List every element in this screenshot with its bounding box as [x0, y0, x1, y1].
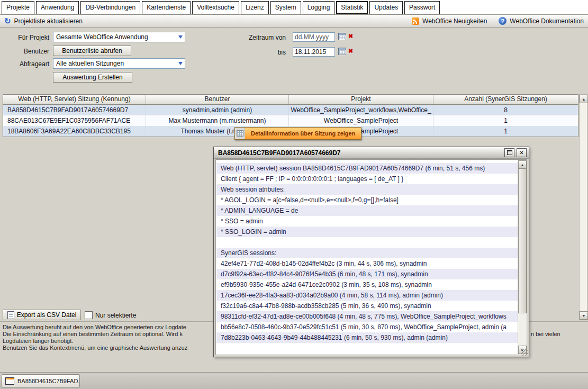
- info-line: Logdateien länger benötigt.: [3, 338, 187, 345]
- tab-projekte[interactable]: Projekte: [2, 1, 34, 14]
- info-line: Die Einschränkung auf einen bestimmten Z…: [3, 331, 187, 338]
- period-from-label: Zeitraum von: [233, 34, 286, 41]
- column-header-anzahl[interactable]: Anzahl (SynerGIS Sitzungen): [433, 95, 578, 104]
- column-header-benutzer[interactable]: Benutzer: [146, 95, 289, 104]
- cell-kennung: 88CAE013C67E9EF1C0375956FAF71ACE: [3, 115, 146, 126]
- only-selected-checkbox[interactable]: [85, 311, 93, 319]
- tab-kartendienste[interactable]: Kartendienste: [142, 1, 191, 14]
- scrollbar-thumb[interactable]: [518, 168, 527, 313]
- session-detail-line: d7c9f92a-63ec-4f82-84c4-9076f45e4b35 (6 …: [216, 269, 518, 279]
- cell-projekt: WebOffice_SampleProject_workflows,WebOff…: [289, 105, 433, 115]
- scroll-up-icon[interactable]: ▲: [580, 95, 588, 103]
- tab-lizenz[interactable]: Lizenz: [241, 1, 269, 14]
- sessions-table-header: Web (HTTP, Servlet) Sitzung (Kennung) Be…: [3, 95, 578, 105]
- session-detail-line: 17cec36f-ee28-4fa3-aa83-d034a02b9a00 (4 …: [216, 290, 518, 301]
- tab-volltextsuche[interactable]: Volltextsuche: [192, 1, 239, 14]
- taskbar-item-session-dialog[interactable]: BA858D4615C7B9FAD...: [2, 374, 80, 387]
- clear-date-from-icon[interactable]: ✖: [348, 33, 353, 39]
- session-detail-list: Web (HTTP, servlet) session BA858D4615C7…: [216, 160, 518, 354]
- weboffice-docs-link[interactable]: ? WebOffice Dokumentation: [499, 17, 584, 25]
- column-header-projekt[interactable]: Projekt: [289, 95, 433, 104]
- info-line-fragment: n bei vielen: [531, 331, 560, 337]
- tab-anwendung[interactable]: Anwendung: [36, 1, 79, 14]
- export-csv-button[interactable]: Export als CSV Datei: [3, 310, 81, 320]
- dialog-scrollbar[interactable]: ▲ ▼: [518, 160, 526, 354]
- scroll-up-icon[interactable]: ▲: [518, 160, 527, 169]
- session-detail-line: 98311cfd-ef32-47d1-ad8e-ce00b005f648 (4 …: [216, 311, 518, 322]
- cell-benutzer: synadmin,admin (admin): [146, 105, 289, 115]
- window-icon: [5, 377, 14, 385]
- project-select-value: Gesamte WebOffice Anwendung: [53, 33, 176, 41]
- maximize-button[interactable]: [504, 148, 514, 157]
- tab-system[interactable]: System: [270, 1, 301, 14]
- help-icon: ?: [499, 17, 506, 25]
- session-detail-line: * AGOL_LOGIN = a[c=false,d=<null>,e=<nul…: [216, 195, 518, 205]
- user-label: Benutzer: [0, 48, 49, 55]
- chevron-down-icon[interactable]: [176, 62, 185, 65]
- date-from-input[interactable]: [293, 32, 335, 42]
- csv-file-icon: [7, 311, 14, 319]
- weboffice-news-label: WebOffice Neuigkeiten: [422, 17, 487, 25]
- clear-date-to-icon[interactable]: ✖: [348, 48, 353, 54]
- refresh-projectlist-label: Projektliste aktualisieren: [14, 17, 83, 25]
- date-to-input[interactable]: [293, 47, 335, 57]
- page-scrollbar[interactable]: ▲ ▼: [579, 94, 587, 320]
- column-header-kennung[interactable]: Web (HTTP, Servlet) Sitzung (Kennung): [3, 95, 146, 104]
- fetch-userlist-button[interactable]: Benutzerliste abrufen: [53, 46, 131, 56]
- cell-anzahl: 1: [433, 115, 578, 126]
- session-detail-line: * SSO = admin: [216, 216, 518, 227]
- querytype-select[interactable]: Alle aktuellen Sitzungen: [53, 58, 185, 69]
- calendar-icon[interactable]: [338, 33, 346, 40]
- chevron-down-icon[interactable]: [176, 35, 185, 39]
- calendar-icon[interactable]: [338, 48, 346, 55]
- querytype-select-value: Alle aktuellen Sitzungen: [53, 60, 176, 67]
- session-detail-line: * ADMIN_LANGUAGE = de: [216, 205, 518, 216]
- session-detail-line: ef9b5930-935e-455e-a24d-6471ce2c0902 (3 …: [216, 279, 518, 290]
- session-detail-line: 42ef4e71-77d2-408d-b145-02d4ffef4b2c (3 …: [216, 258, 518, 269]
- taskbar: BA858D4615C7B9FAD...: [0, 372, 588, 389]
- session-detail-line: f32c19a6-c8a4-47b8-988b-acdb358cb285 (5 …: [216, 301, 518, 311]
- session-detail-line: 7d8b223b-0463-4643-9b49-44b488445231 (6 …: [216, 332, 518, 343]
- tab-passwort[interactable]: Passwort: [404, 1, 440, 14]
- show-session-detail-menu-item[interactable]: Detailinformation über Sitzung zeigen: [245, 128, 361, 139]
- close-button[interactable]: ×: [517, 148, 527, 157]
- resize-grip[interactable]: [521, 349, 528, 356]
- cell-anzahl: 1: [433, 126, 578, 137]
- cell-kennung: BA858D4615C7B9FAD9017A60574669D7: [3, 105, 146, 115]
- project-select[interactable]: Gesamte WebOffice Anwendung: [53, 32, 185, 42]
- weboffice-news-link[interactable]: WebOffice Neuigkeiten: [412, 17, 487, 25]
- tab-updates[interactable]: Updates: [369, 1, 403, 14]
- session-detail-line: [216, 237, 518, 248]
- taskbar-item-label: BA858D4615C7B9FAD...: [17, 378, 80, 384]
- refresh-projectlist-button[interactable]: ↻ Projektliste aktualisieren: [4, 17, 83, 25]
- dialog-title-bar[interactable]: BA858D4615C7B9FAD9017A60574669D7 ×: [214, 147, 529, 159]
- dialog-body: Web (HTTP, servlet) session BA858D4615C7…: [215, 159, 527, 355]
- only-selected-label: Nur selektierte: [95, 312, 136, 319]
- main-tab-bar: Projekte Anwendung DB-Verbindungen Karte…: [0, 0, 588, 14]
- table-row[interactable]: 88CAE013C67E9EF1C0375956FAF71ACE Max Mus…: [3, 115, 578, 126]
- dialog-title: BA858D4615C7B9FAD9017A60574669D7: [218, 149, 502, 157]
- tab-logging[interactable]: Logging: [303, 1, 335, 14]
- refresh-icon: ↻: [4, 17, 11, 25]
- rss-icon: [412, 17, 419, 25]
- create-report-button[interactable]: Auswertung Erstellen: [53, 72, 132, 83]
- period-to-label: bis: [233, 49, 286, 56]
- session-detail-line: Client { agent = FF ; IP = 0:0:0:0:0:0:0…: [216, 174, 518, 184]
- session-context-menu: Detailinformation über Sitzung zeigen: [234, 127, 361, 140]
- export-csv-label: Export als CSV Datei: [17, 311, 77, 319]
- maximize-icon: [507, 150, 512, 155]
- session-detail-line: Web (HTTP, servlet) session BA858D4615C7…: [216, 163, 518, 174]
- session-detail-dialog: BA858D4615C7B9FAD9017A60574669D7 × Web (…: [213, 147, 529, 357]
- tab-db-verbindungen[interactable]: DB-Verbindungen: [80, 1, 140, 14]
- cell-anzahl: 8: [433, 105, 578, 115]
- scroll-down-icon[interactable]: ▼: [580, 311, 588, 320]
- table-row[interactable]: BA858D4615C7B9FAD9017A60574669D7 synadmi…: [3, 105, 578, 115]
- weboffice-admin-window: Projekte Anwendung DB-Verbindungen Karte…: [0, 0, 588, 389]
- cell-projekt: WebOffice_SampleProject: [289, 115, 433, 126]
- session-detail-line: SynerGIS sessions:: [216, 248, 518, 258]
- cell-kennung: 18BA8606F3A69A22EA60C8DBC33CB195: [3, 126, 146, 137]
- session-detail-line: bb56e8c7-0508-460c-9b37-0e529fc51c51 (5 …: [216, 322, 518, 332]
- cell-benutzer: Max Mustermann (m.mustermann): [146, 115, 289, 126]
- info-line: Die Auswertung beruht auf den von WebOff…: [3, 324, 187, 331]
- tab-statistik[interactable]: Statistik: [336, 1, 368, 14]
